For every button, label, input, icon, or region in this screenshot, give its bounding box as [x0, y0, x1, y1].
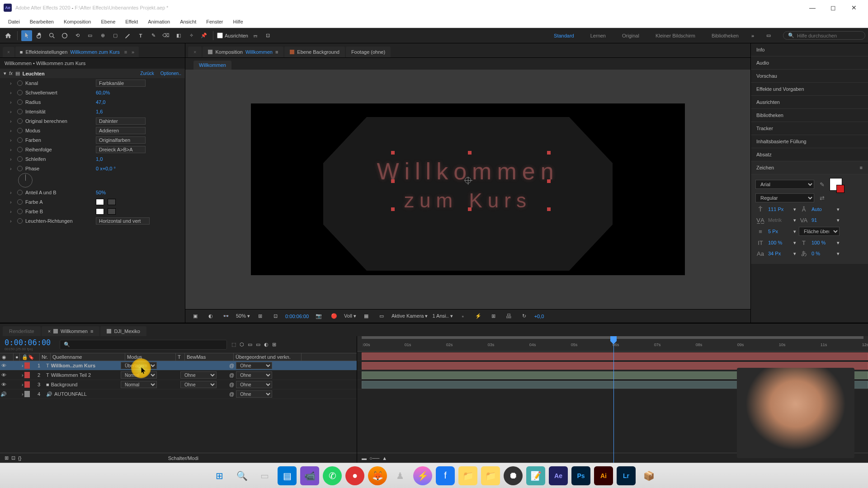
tab-mexiko[interactable]: DJI_Mexiko [100, 326, 146, 336]
visibility-toggle-icon[interactable]: 👁 [0, 371, 7, 380]
layer-name[interactable]: ■Background [44, 380, 119, 389]
col-source[interactable]: Quellenname [51, 353, 125, 361]
solo-toggle[interactable] [7, 380, 14, 389]
channel-icon[interactable]: 🔴 [329, 311, 340, 322]
camera-tool-icon[interactable]: ▭ [85, 30, 95, 41]
tab-menu-icon[interactable]: ≡ [275, 49, 278, 55]
selection-handle[interactable] [391, 151, 395, 155]
roi-icon[interactable]: ⊡ [270, 311, 281, 322]
snap-grid-icon[interactable]: ⊡ [263, 30, 274, 41]
track-matte-dropdown[interactable]: Ohne [180, 371, 217, 379]
effect-reset[interactable]: Zurück [140, 71, 154, 76]
lock-toggle[interactable] [14, 389, 20, 399]
tracking-input[interactable]: 91 [811, 217, 834, 223]
help-search-input[interactable] [797, 33, 860, 38]
parent-cell[interactable]: @Ohne [227, 380, 295, 389]
pickwhip-icon[interactable]: @ [229, 382, 234, 387]
stopwatch-icon[interactable] [17, 209, 23, 214]
col-av-icon[interactable]: ◉ [0, 353, 14, 361]
current-time[interactable]: 0:00:06:00 [285, 314, 309, 319]
brush-tool-icon[interactable]: ✎ [148, 30, 159, 41]
track-matte-toggle[interactable] [170, 389, 179, 399]
camera-dropdown[interactable]: Aktive Kamera ▾ [392, 313, 428, 319]
parent-dropdown[interactable]: Ohne [236, 362, 272, 369]
twirl-icon[interactable]: › [10, 147, 14, 152]
track-matte-cell[interactable] [179, 361, 227, 370]
stopwatch-icon[interactable] [17, 128, 23, 133]
tsume-input[interactable]: 0 % [811, 251, 834, 256]
layer-expand[interactable]: › [20, 371, 33, 380]
stroke-color-swatch[interactable] [836, 185, 844, 193]
taskbar-obs-icon[interactable]: ⏺ [504, 466, 523, 485]
stopwatch-icon[interactable] [17, 118, 23, 124]
taskbar-aftereffects-icon[interactable]: Ae [549, 466, 568, 485]
toggle-switches-icon[interactable]: ⊞ [5, 455, 9, 461]
col-number[interactable]: Nr. [40, 353, 51, 361]
selection-handle[interactable] [468, 151, 472, 155]
property-value[interactable]: 1,0 [96, 156, 103, 162]
clone-tool-icon[interactable]: ⌫ [160, 30, 171, 41]
layer-row[interactable]: 👁 › 3 ■Background Normal Ohne @Ohne [0, 380, 357, 389]
eyedropper-icon[interactable]: ✎ [817, 180, 827, 188]
lock-toggle[interactable] [14, 361, 20, 370]
stopwatch-icon[interactable] [17, 147, 23, 152]
vscale-input[interactable]: 100 % [768, 240, 791, 245]
track-matte-cell[interactable]: Ohne [179, 380, 227, 389]
flowchart-icon[interactable]: 品 [504, 311, 514, 322]
selection-handle[interactable] [547, 207, 551, 211]
minimize-button[interactable]: — [802, 1, 823, 14]
property-dropdown[interactable]: Originalfarben [96, 136, 146, 144]
taskbar-illustrator-icon[interactable]: Ai [594, 466, 613, 485]
parent-cell[interactable]: @Ohne [227, 389, 295, 399]
motion-blur-icon[interactable]: ◐ [264, 342, 269, 347]
eraser-tool-icon[interactable]: ◧ [173, 30, 184, 41]
menu-ansicht[interactable]: Ansicht [175, 17, 201, 26]
blend-mode-cell[interactable]: Normal [119, 380, 170, 389]
blend-mode-cell[interactable]: Normal [119, 371, 170, 380]
comp-mini-flowchart-icon[interactable]: ⬚ [231, 342, 236, 347]
comp-tab-layer[interactable]: Ebene Background [284, 47, 345, 57]
transparency-icon[interactable]: ▦ [361, 311, 372, 322]
label-color[interactable] [24, 391, 30, 397]
taskbar-app[interactable]: 📦 [639, 466, 658, 485]
layer-name[interactable]: TWillkommen Teil 2 [44, 371, 119, 380]
text-tool-icon[interactable]: T [135, 30, 146, 41]
graph-editor-icon[interactable]: ⊞ [272, 342, 276, 347]
composition-viewer[interactable]: Willkommen zum Kurs [185, 70, 750, 309]
tab-willkommen[interactable]: ×Willkommen≡ [42, 326, 100, 336]
stopwatch-icon[interactable] [17, 190, 23, 195]
col-label-icon[interactable]: 🔖 [26, 353, 40, 361]
property-dropdown[interactable]: Dahinter [96, 117, 146, 125]
taskbar-facebook-icon[interactable]: f [436, 466, 455, 485]
panel-absatz[interactable]: Absatz [751, 148, 868, 161]
menu-hilfe[interactable]: Hilfe [229, 17, 248, 26]
taskbar-app[interactable]: ♟ [391, 466, 410, 485]
workspace-bibliotheken[interactable]: Bibliotheken [708, 31, 742, 40]
selection-handle[interactable] [547, 179, 551, 183]
property-dropdown[interactable]: Farbkanäle [96, 80, 146, 87]
taskbar-app[interactable]: 📝 [526, 466, 545, 485]
selection-handle[interactable] [468, 207, 472, 211]
label-color[interactable] [24, 372, 30, 378]
panel-more-icon[interactable]: » [132, 49, 134, 55]
label-color[interactable] [24, 362, 30, 369]
pen-tool-icon[interactable] [123, 30, 133, 41]
zoom-slider[interactable]: ○── [369, 455, 379, 461]
close-button[interactable]: ✕ [844, 1, 864, 14]
workspace-lernen[interactable]: Lernen [587, 31, 609, 40]
canvas[interactable]: Willkommen zum Kurs [251, 103, 685, 275]
stopwatch-icon[interactable] [17, 199, 23, 205]
property-dropdown[interactable]: Addieren [96, 127, 146, 134]
roto-tool-icon[interactable]: ✧ [186, 30, 197, 41]
taskbar-whatsapp-icon[interactable]: ✆ [323, 466, 342, 485]
menu-datei[interactable]: Datei [4, 17, 24, 26]
effect-header[interactable]: ▾ fx ▤ Leuchten Zurück Optionen.. [0, 69, 185, 78]
timeline-search[interactable]: 🔍 [60, 340, 227, 350]
parent-dropdown[interactable]: Ohne [236, 390, 272, 398]
property-value[interactable]: 50% [96, 190, 106, 195]
puppet-tool-icon[interactable]: 📌 [198, 30, 209, 41]
blend-mode-dropdown[interactable]: Normal [121, 381, 157, 388]
layer-row[interactable]: 👁 › 1 TWillkom..zum Kurs Überlagern @Ohn… [0, 361, 357, 371]
layer-name[interactable]: 🔊AUTOUNFALL [44, 389, 119, 399]
selection-handle[interactable] [391, 179, 395, 183]
